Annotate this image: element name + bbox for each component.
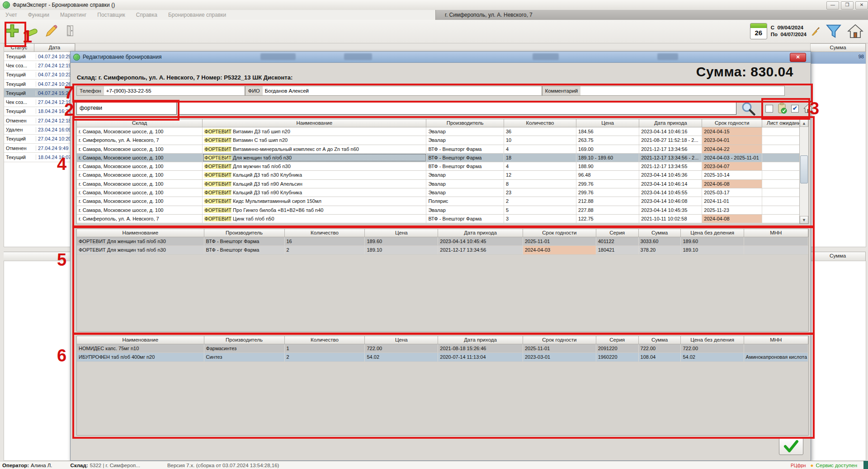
menu-marketing[interactable]: Маркетинг [55, 12, 92, 18]
clipboard-check-icon[interactable] [777, 103, 788, 114]
booking-list-row[interactable]: Текущий 04.07.24 10:23 [4, 70, 75, 80]
edit-button[interactable] [42, 22, 60, 40]
scroll-up-icon[interactable]: ▲ [800, 119, 808, 127]
other-column-header[interactable]: МНН [744, 336, 808, 344]
other-table-empty-area [77, 362, 808, 435]
product-row[interactable]: г. Самара, Московское шоссе, д. 100 ФОРТ… [77, 127, 808, 136]
close-button[interactable]: ✕ [855, 1, 868, 9]
product-row[interactable]: г. Самара, Московское шоссе, д. 100 ФОРТ… [77, 206, 808, 215]
products-column-header[interactable]: Цена [576, 119, 639, 127]
products-column-header[interactable]: Наименование [203, 119, 426, 127]
product-row[interactable]: г. Самара, Московское шоссе, д. 100 ФОРТ… [77, 162, 808, 171]
booking-list-row[interactable]: Текущий 27.04.24 10:20 [4, 135, 75, 144]
reserved-column-header[interactable]: Цена без деления [681, 229, 744, 237]
other-column-header[interactable]: Сумма [639, 336, 681, 344]
booking-list-row[interactable]: Отменен 27.04.24 9:49 [4, 144, 75, 153]
comment-field[interactable] [580, 86, 785, 96]
booking-date: 04.07.24 10:29 [36, 54, 75, 59]
reserved-column-header[interactable]: Дата прихода [438, 229, 523, 237]
search-magnifier-icon[interactable] [740, 100, 756, 117]
checkbox-empty-icon[interactable] [765, 105, 773, 113]
barcode-input[interactable] [178, 101, 736, 115]
product-row[interactable]: г. Самара, Московское шоссе, д. 100 ФОРТ… [77, 180, 808, 188]
location-combo[interactable]: г. Симферополь, ул. А. Невского, 7 ▼ [435, 10, 868, 20]
reserved-column-header[interactable]: Серия [596, 229, 639, 237]
broom-icon[interactable] [810, 24, 821, 38]
filter-funnel-icon[interactable] [825, 22, 843, 40]
scroll-down-icon[interactable]: ▼ [800, 216, 808, 224]
menu-uchet[interactable]: Учет [0, 12, 23, 18]
other-column-header[interactable]: Цена без деления [681, 336, 744, 344]
exit-door-button[interactable] [61, 22, 79, 40]
search-input[interactable] [76, 101, 177, 115]
other-column-header[interactable]: Количество [285, 336, 365, 344]
location-combo-value: г. Симферополь, ул. А. Невского, 7 [445, 12, 533, 18]
booking-status: Отменен [4, 118, 36, 123]
annotation-label-6: 6 [57, 347, 66, 364]
dialog-titlebar[interactable]: Редактирование бронирования ✕ [71, 52, 811, 63]
calendar-icon[interactable]: 26 [750, 23, 767, 39]
products-column-header[interactable]: Дата прихода [639, 119, 702, 127]
booking-list-row[interactable]: Чек соз... 27.04.24 12:19 [4, 61, 75, 70]
menu-bronirovanie[interactable]: Бронирование справки [163, 12, 231, 18]
selected-booking-sum[interactable]: 98 [811, 52, 866, 64]
cell-manufacturer: Эвалар [426, 206, 504, 214]
menu-postavshik[interactable]: Поставщик [92, 12, 131, 18]
product-row[interactable]: г. Самара, Московское шоссе, д. 100 ФОРТ… [77, 145, 808, 154]
reserved-column-header[interactable]: Срок годности [523, 229, 596, 237]
product-row[interactable]: г. Самара, Московское шоссе, д. 100 ФОРТ… [77, 188, 808, 197]
scrollbar-thumb[interactable] [800, 155, 808, 183]
ledger-row[interactable]: НОМИДЕС капс. 75мг n10 Фармасинтез 1 722… [77, 344, 808, 353]
cell-expiry: 2024-04-08 [702, 215, 762, 223]
products-column-header[interactable]: Срок годности [702, 119, 762, 127]
products-scrollbar[interactable]: ▲ ▼ [799, 119, 808, 224]
fio-field[interactable] [263, 86, 542, 96]
reserved-column-header[interactable]: Производитель [204, 229, 285, 237]
add-booking-button[interactable] [4, 22, 21, 40]
booking-list-row[interactable]: Удален 23.04.24 16:09 [4, 125, 75, 134]
maximize-button[interactable]: ❐ [841, 1, 854, 9]
ledger-row[interactable]: ФОРТЕВИТ Для женщин таб п/об n30 ВТФ - В… [77, 237, 808, 246]
reserved-column-header[interactable]: Сумма [639, 229, 681, 237]
product-row[interactable]: г. Симферополь, ул. А. Невского, 7 ФОРТЕ… [77, 136, 808, 145]
dialog-close-button[interactable]: ✕ [790, 53, 806, 62]
other-column-header[interactable]: Наименование [77, 336, 204, 344]
other-column-header[interactable]: Производитель [204, 336, 285, 344]
home-icon[interactable] [846, 23, 864, 40]
other-column-header[interactable]: Срок годности [523, 336, 596, 344]
checkbox-checked-icon[interactable]: ✔ [791, 105, 799, 113]
products-column-header[interactable]: Количество [504, 119, 576, 127]
product-row[interactable]: г. Самара, Московское шоссе, д. 100 ФОРТ… [77, 154, 808, 162]
cell-arrival-date: 2023-04-14 10:45:36 [639, 171, 702, 179]
reserved-column-header[interactable]: Наименование [77, 229, 204, 237]
column-header-date[interactable]: Дата [34, 43, 75, 52]
window-titlebar: ФармЭксперт - Бронирование справки () — … [0, 0, 868, 10]
cell-expiry: 2025-11-23 [702, 206, 762, 214]
reserved-column-header[interactable]: Цена [365, 229, 438, 237]
product-row[interactable]: г. Самара, Московское шоссе, д. 100 ФОРТ… [77, 171, 808, 179]
ledger-row[interactable]: ФОРТЕВИТ Для женщин таб п/об n30 ВТФ - В… [77, 246, 808, 254]
reserved-column-header[interactable]: МНН [744, 229, 808, 237]
other-column-header[interactable]: Цена [365, 336, 438, 344]
product-row[interactable]: г. Симферополь, ул. А. Невского, 7 ФОРТЕ… [77, 215, 808, 223]
menu-funkcii[interactable]: Функции [23, 12, 55, 18]
product-row[interactable]: г. Самара, Московское шоссе, д. 100 ФОРТ… [77, 197, 808, 206]
phone-field[interactable] [104, 86, 245, 96]
ledger-row[interactable]: ИБУПРОФЕН таб п/об 400мг n20 Синтез 2 54… [77, 353, 808, 361]
reserved-column-header[interactable]: Количество [285, 229, 365, 237]
products-column-header[interactable]: Склад [77, 119, 203, 127]
cell-quantity: 2 [285, 246, 365, 254]
cell-name: ФОРТЕВИТ Кальций Д3 таб n90 Клубника [203, 188, 426, 197]
products-column-header[interactable]: Производитель [426, 119, 504, 127]
menu-spravka[interactable]: Справка [131, 12, 163, 18]
other-column-header[interactable]: Дата прихода [438, 336, 523, 344]
confirm-button[interactable] [779, 438, 803, 455]
other-column-header[interactable]: Серия [596, 336, 639, 344]
cell-arrival-date: 2021-12-17 13:34:56 [639, 145, 702, 153]
column-header-sum[interactable]: Сумма [811, 43, 866, 52]
corner-grip [863, 461, 868, 469]
cell-expiry: 2023-04-07 [702, 162, 762, 170]
booking-list-row[interactable]: Текущий 04.07.24 10:29 [4, 52, 75, 61]
annotation-label-3: 3 [810, 100, 819, 117]
minimize-button[interactable]: — [826, 1, 839, 9]
